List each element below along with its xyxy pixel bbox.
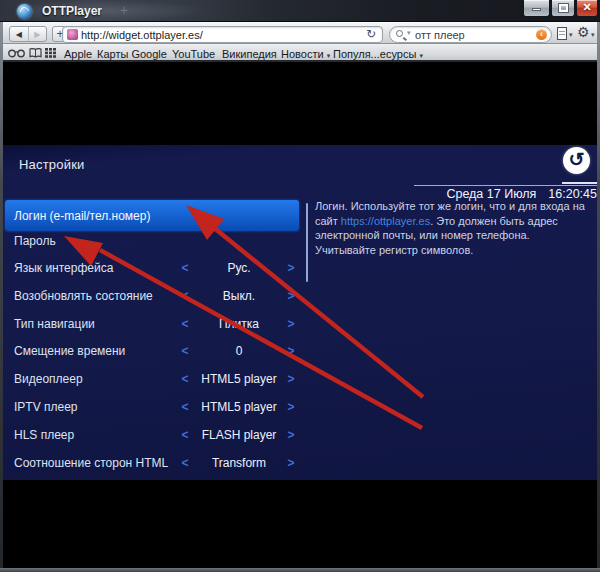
chevron-down-icon: ▾ — [419, 52, 423, 59]
nav-button-group: ◀ ▶ — [9, 26, 47, 42]
top-sites-grid-icon[interactable] — [45, 48, 56, 58]
next-option-button[interactable]: > — [281, 428, 301, 442]
next-option-button[interactable]: > — [281, 261, 301, 275]
bookmark-youtube[interactable]: YouTube — [172, 48, 215, 60]
prev-option-button[interactable]: < — [175, 289, 195, 303]
browser-window: OTTPlayer + ✕ ◀ ▶ + ↻ ▾ ‹ ▾ ⚙ ▾ Apple Ка… — [0, 0, 600, 572]
settings-row-navigation-type[interactable]: Тип навигации < Плитка > — [5, 310, 299, 338]
close-button[interactable]: ✕ — [576, 0, 598, 17]
bookmark-popular-menu[interactable]: Популя...есурсы ▾ — [333, 48, 423, 60]
next-option-button[interactable]: > — [281, 317, 301, 331]
ottplayer-favicon-icon — [17, 4, 32, 19]
close-icon: ✕ — [577, 1, 597, 14]
prev-option-button[interactable]: < — [175, 372, 195, 386]
next-option-button[interactable]: > — [281, 344, 301, 358]
list-scrollbar[interactable] — [306, 203, 308, 282]
page-menu-icon[interactable] — [557, 27, 567, 40]
option-value: Transform — [195, 456, 283, 470]
settings-row-hls-player[interactable]: HLS плеер < FLASH player > — [5, 421, 299, 449]
gear-menu-caret-icon[interactable]: ▾ — [591, 31, 595, 39]
page-menu-caret-icon[interactable]: ▾ — [569, 31, 573, 39]
back-button[interactable]: ◀ — [10, 27, 29, 41]
password-row-label: Пароль — [14, 234, 56, 248]
reading-list-glasses-icon[interactable] — [8, 48, 25, 58]
bookmark-wikipedia[interactable]: Википедия — [222, 48, 277, 60]
window-title: OTTPlayer — [42, 4, 102, 18]
bookmark-apple[interactable]: Apple — [64, 48, 92, 60]
gear-icon[interactable]: ⚙ — [577, 24, 590, 40]
option-value: Рус. — [195, 261, 283, 275]
reload-icon[interactable]: ↻ — [366, 27, 376, 41]
minimize-icon — [532, 8, 541, 11]
site-favicon-icon — [67, 29, 78, 40]
search-icon — [396, 30, 403, 37]
settings-row-password[interactable]: Пароль — [5, 227, 299, 255]
next-option-button[interactable]: > — [281, 456, 301, 470]
setting-description: Логин. Используйте тот же логин, что и д… — [315, 199, 593, 257]
next-option-button[interactable]: > — [281, 400, 301, 414]
prev-option-button[interactable]: < — [175, 456, 195, 470]
chevron-down-icon: ▾ — [327, 52, 331, 59]
prev-option-button[interactable]: < — [175, 344, 195, 358]
settings-row-time-offset[interactable]: Смещение времени < 0 > — [5, 337, 299, 365]
login-row-label: Логин (e-mail/тел.номер) — [5, 209, 150, 223]
maximize-icon — [559, 4, 568, 12]
ottplayer-link[interactable]: https://ottplayer.es — [341, 215, 430, 227]
prev-option-button[interactable]: < — [175, 261, 195, 275]
new-tab-ghost-icon[interactable]: + — [120, 2, 128, 18]
bookmark-news-menu[interactable]: Новости ▾ — [281, 48, 330, 60]
option-value: HTML5 player — [195, 400, 283, 414]
return-arrow-icon: ↺ — [569, 150, 585, 169]
settings-row-iptv-player[interactable]: IPTV плеер < HTML5 player > — [5, 393, 299, 421]
snapback-icon[interactable]: ‹ — [536, 29, 547, 40]
address-input[interactable] — [81, 27, 361, 42]
next-option-button[interactable]: > — [281, 372, 301, 386]
prev-option-button[interactable]: < — [175, 400, 195, 414]
option-value: 0 — [195, 344, 283, 358]
settings-row-language[interactable]: Язык интерфейса < Рус. > — [5, 254, 299, 282]
bookmark-google-maps[interactable]: Карты Google — [97, 48, 167, 60]
forward-button[interactable]: ▶ — [29, 27, 47, 41]
option-value: HTML5 player — [195, 372, 283, 386]
search-input[interactable] — [415, 27, 525, 42]
bookmarks-book-icon[interactable] — [29, 48, 42, 58]
maximize-button[interactable] — [551, 0, 575, 17]
page-title: Настройки — [19, 157, 85, 172]
settings-row-aspect-ratio[interactable]: Соотношение сторон HTML < Transform > — [5, 449, 299, 477]
back-circle-button[interactable]: ↺ — [563, 147, 590, 174]
prev-option-button[interactable]: < — [175, 428, 195, 442]
search-engine-caret-icon[interactable]: ▾ — [407, 29, 411, 37]
option-value: FLASH player — [195, 428, 283, 442]
settings-row-video-player[interactable]: Видеоплеер < HTML5 player > — [5, 365, 299, 393]
prev-option-button[interactable]: < — [175, 317, 195, 331]
icon-underline — [562, 182, 597, 184]
window-border-left — [0, 22, 3, 568]
status-divider — [414, 185, 598, 186]
settings-row-resume-state[interactable]: Возобновлять состояние < Выкл. > — [5, 282, 299, 310]
next-option-button[interactable]: > — [281, 289, 301, 303]
window-border-bottom — [0, 568, 600, 572]
option-value: Выкл. — [195, 289, 283, 303]
option-value: Плитка — [195, 317, 283, 331]
minimize-button[interactable] — [523, 0, 550, 17]
